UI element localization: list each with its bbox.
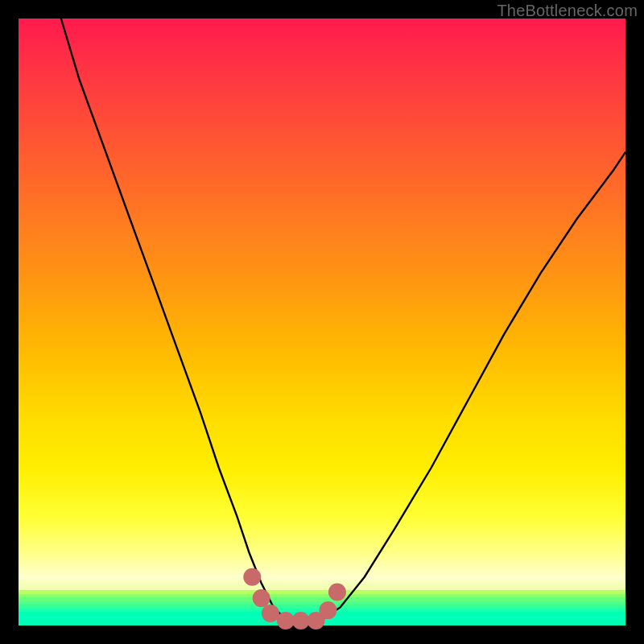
bottleneck-curve — [61, 19, 625, 622]
curve-marker — [253, 589, 270, 607]
curve-marker — [292, 612, 310, 630]
curve-marker — [328, 584, 346, 601]
curve-marker — [262, 605, 279, 622]
watermark-text: TheBottleneck.com — [497, 2, 638, 20]
curve-marker — [243, 568, 261, 586]
chart-svg — [19, 19, 625, 625]
curve-markers — [243, 568, 346, 630]
curve-marker — [277, 612, 295, 630]
chart-frame: TheBottleneck.com — [0, 0, 644, 644]
curve-marker — [320, 601, 337, 619]
